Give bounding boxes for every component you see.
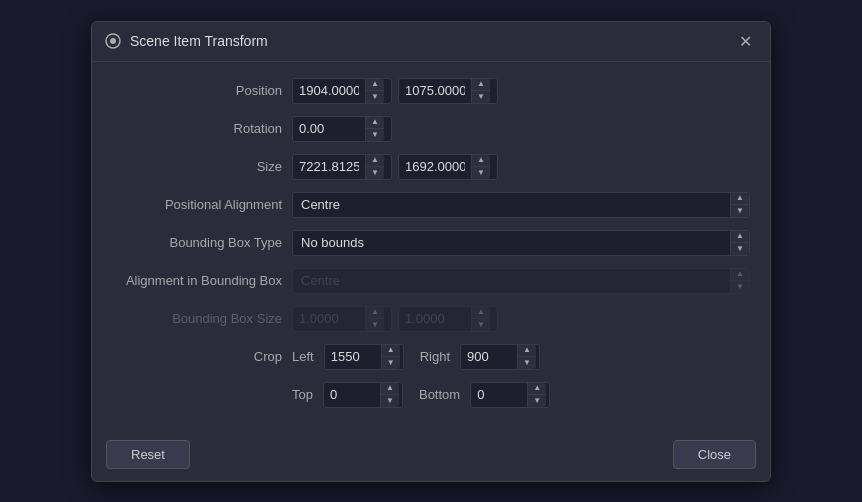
crop-label: Crop	[112, 349, 292, 364]
position-x-down[interactable]: ▼	[366, 91, 384, 103]
rotation-inputs: ▲ ▼	[292, 116, 392, 142]
crop-right-label: Right	[420, 349, 450, 364]
bounding-box-type-up[interactable]: ▲	[731, 231, 749, 243]
size-h-input[interactable]	[399, 159, 471, 174]
bb-size-row: Bounding Box Size ▲ ▼ ▲ ▼	[112, 304, 750, 334]
crop-bottom-field: ▲ ▼	[470, 382, 550, 408]
size-h-up[interactable]: ▲	[472, 155, 490, 167]
positional-alignment-select[interactable]: Centre ▲ ▼	[292, 192, 750, 218]
rotation-input[interactable]	[293, 121, 365, 136]
position-y-spinners: ▲ ▼	[471, 79, 490, 103]
position-x-spinners: ▲ ▼	[365, 79, 384, 103]
alignment-in-bb-spinners: ▲ ▼	[730, 269, 749, 293]
position-x-input[interactable]	[293, 83, 365, 98]
crop-right-up[interactable]: ▲	[518, 345, 536, 357]
bounding-box-type-value: No bounds	[293, 230, 730, 256]
crop-bottom-up[interactable]: ▲	[528, 383, 546, 395]
position-row: Position ▲ ▼ ▲ ▼	[112, 76, 750, 106]
size-w-input[interactable]	[293, 159, 365, 174]
crop-left-spinners: ▲ ▼	[381, 345, 400, 369]
crop-right-input[interactable]	[461, 349, 517, 364]
crop-bottom-down[interactable]: ▼	[528, 395, 546, 407]
crop-left-up[interactable]: ▲	[382, 345, 400, 357]
scene-item-transform-dialog: Scene Item Transform ✕ Position ▲ ▼ ▲	[91, 21, 771, 482]
crop-bottom-input[interactable]	[471, 387, 527, 402]
crop-bottom-spinners: ▲ ▼	[527, 383, 546, 407]
position-y-down[interactable]: ▼	[472, 91, 490, 103]
bounding-box-type-select[interactable]: No bounds ▲ ▼	[292, 230, 750, 256]
size-h-field: ▲ ▼	[398, 154, 498, 180]
crop-top-down[interactable]: ▼	[381, 395, 399, 407]
positional-alignment-spinners: ▲ ▼	[730, 193, 749, 217]
crop-lr-row: Crop Left ▲ ▼ Right ▲ ▼	[112, 342, 750, 372]
size-w-down[interactable]: ▼	[366, 167, 384, 179]
bb-size-w-input	[293, 311, 365, 326]
bb-size-h-up: ▲	[472, 307, 490, 319]
bb-size-inputs: ▲ ▼ ▲ ▼	[292, 306, 498, 332]
close-button[interactable]: Close	[673, 440, 756, 469]
position-y-field: ▲ ▼	[398, 78, 498, 104]
size-row: Size ▲ ▼ ▲ ▼	[112, 152, 750, 182]
crop-right-field: ▲ ▼	[460, 344, 540, 370]
dialog-titlebar: Scene Item Transform ✕	[92, 22, 770, 62]
positional-alignment-value: Centre	[293, 192, 730, 218]
dialog-close-button[interactable]: ✕	[733, 30, 758, 53]
dialog-body: Position ▲ ▼ ▲ ▼	[92, 62, 770, 428]
crop-right-down[interactable]: ▼	[518, 357, 536, 369]
position-label: Position	[112, 83, 292, 98]
rotation-down[interactable]: ▼	[366, 129, 384, 141]
alignment-in-bb-down: ▼	[731, 281, 749, 293]
crop-left-down[interactable]: ▼	[382, 357, 400, 369]
crop-left-input[interactable]	[325, 349, 381, 364]
bounding-box-type-label: Bounding Box Type	[112, 235, 292, 250]
positional-alignment-label: Positional Alignment	[112, 197, 292, 212]
size-w-field: ▲ ▼	[292, 154, 392, 180]
positional-alignment-row: Positional Alignment Centre ▲ ▼	[112, 190, 750, 220]
crop-tb-row: Top ▲ ▼ Bottom ▲ ▼	[112, 380, 750, 410]
alignment-in-bb-select-wrapper: Centre ▲ ▼	[292, 268, 750, 294]
crop-tb-inputs: Top ▲ ▼ Bottom ▲ ▼	[292, 382, 550, 408]
alignment-in-bb-up: ▲	[731, 269, 749, 281]
rotation-label: Rotation	[112, 121, 292, 136]
size-w-up[interactable]: ▲	[366, 155, 384, 167]
position-x-field: ▲ ▼	[292, 78, 392, 104]
bb-size-h-field: ▲ ▼	[398, 306, 498, 332]
crop-top-input[interactable]	[324, 387, 380, 402]
bb-size-h-down: ▼	[472, 319, 490, 331]
bb-size-w-spinners: ▲ ▼	[365, 307, 384, 331]
position-inputs: ▲ ▼ ▲ ▼	[292, 78, 498, 104]
positional-alignment-up[interactable]: ▲	[731, 193, 749, 205]
bounding-box-type-row: Bounding Box Type No bounds ▲ ▼	[112, 228, 750, 258]
positional-alignment-down[interactable]: ▼	[731, 205, 749, 217]
position-x-up[interactable]: ▲	[366, 79, 384, 91]
bb-size-w-up: ▲	[366, 307, 384, 319]
crop-bottom-label: Bottom	[419, 387, 460, 402]
crop-top-spinners: ▲ ▼	[380, 383, 399, 407]
bounding-box-type-select-wrapper: No bounds ▲ ▼	[292, 230, 750, 256]
size-inputs: ▲ ▼ ▲ ▼	[292, 154, 498, 180]
bb-size-h-spinners: ▲ ▼	[471, 307, 490, 331]
rotation-field: ▲ ▼	[292, 116, 392, 142]
rotation-up[interactable]: ▲	[366, 117, 384, 129]
alignment-in-bb-row: Alignment in Bounding Box Centre ▲ ▼	[112, 266, 750, 296]
size-label: Size	[112, 159, 292, 174]
size-w-spinners: ▲ ▼	[365, 155, 384, 179]
bb-size-h-input	[399, 311, 471, 326]
crop-left-label: Left	[292, 349, 314, 364]
position-y-input[interactable]	[399, 83, 471, 98]
dialog-footer: Reset Close	[92, 432, 770, 481]
bounding-box-type-down[interactable]: ▼	[731, 243, 749, 255]
size-h-down[interactable]: ▼	[472, 167, 490, 179]
crop-right-spinners: ▲ ▼	[517, 345, 536, 369]
crop-top-up[interactable]: ▲	[381, 383, 399, 395]
position-y-up[interactable]: ▲	[472, 79, 490, 91]
crop-left-field: ▲ ▼	[324, 344, 404, 370]
svg-point-1	[110, 38, 116, 44]
reset-button[interactable]: Reset	[106, 440, 190, 469]
bb-size-label: Bounding Box Size	[112, 311, 292, 326]
obs-icon	[104, 32, 122, 50]
size-h-spinners: ▲ ▼	[471, 155, 490, 179]
bb-size-w-field: ▲ ▼	[292, 306, 392, 332]
crop-top-label: Top	[292, 387, 313, 402]
rotation-row: Rotation ▲ ▼	[112, 114, 750, 144]
